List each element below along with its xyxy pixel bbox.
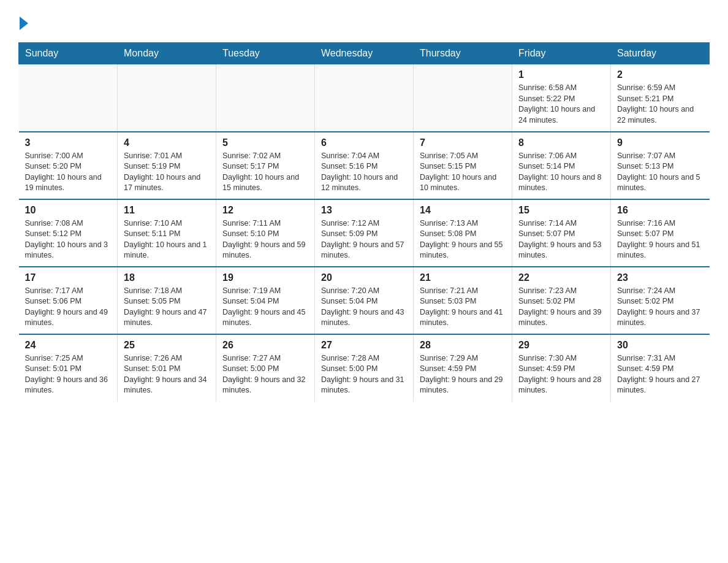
day-cell: 10Sunrise: 7:08 AM Sunset: 5:12 PM Dayli… — [19, 199, 118, 267]
column-header-saturday: Saturday — [611, 43, 710, 64]
day-info: Sunrise: 6:59 AM Sunset: 5:21 PM Dayligh… — [617, 83, 703, 126]
day-info: Sunrise: 7:25 AM Sunset: 5:01 PM Dayligh… — [25, 353, 112, 396]
day-number: 15 — [518, 205, 604, 216]
day-info: Sunrise: 7:01 AM Sunset: 5:19 PM Dayligh… — [124, 151, 210, 194]
day-number: 1 — [518, 69, 604, 80]
column-header-monday: Monday — [118, 43, 216, 64]
day-cell: 22Sunrise: 7:23 AM Sunset: 5:02 PM Dayli… — [512, 267, 611, 334]
day-cell: 16Sunrise: 7:16 AM Sunset: 5:07 PM Dayli… — [611, 199, 710, 267]
day-number: 22 — [518, 272, 604, 283]
day-info: Sunrise: 7:31 AM Sunset: 4:59 PM Dayligh… — [617, 353, 703, 396]
day-cell: 27Sunrise: 7:28 AM Sunset: 5:00 PM Dayli… — [315, 334, 414, 402]
day-info: Sunrise: 7:04 AM Sunset: 5:16 PM Dayligh… — [321, 151, 407, 194]
day-info: Sunrise: 7:21 AM Sunset: 5:03 PM Dayligh… — [420, 286, 506, 329]
day-number: 21 — [420, 272, 506, 283]
day-number: 5 — [222, 137, 308, 148]
day-cell: 1Sunrise: 6:58 AM Sunset: 5:22 PM Daylig… — [512, 64, 611, 132]
day-info: Sunrise: 7:11 AM Sunset: 5:10 PM Dayligh… — [222, 218, 308, 261]
column-header-wednesday: Wednesday — [315, 43, 414, 64]
day-info: Sunrise: 7:06 AM Sunset: 5:14 PM Dayligh… — [518, 151, 604, 194]
day-number: 17 — [25, 272, 112, 283]
day-number: 10 — [25, 205, 112, 216]
day-cell: 26Sunrise: 7:27 AM Sunset: 5:00 PM Dayli… — [216, 334, 315, 402]
day-number: 23 — [617, 272, 703, 283]
day-info: Sunrise: 7:26 AM Sunset: 5:01 PM Dayligh… — [124, 353, 210, 396]
week-row-4: 17Sunrise: 7:17 AM Sunset: 5:06 PM Dayli… — [19, 267, 710, 334]
day-cell: 3Sunrise: 7:00 AM Sunset: 5:20 PM Daylig… — [19, 132, 118, 199]
day-info: Sunrise: 7:27 AM Sunset: 5:00 PM Dayligh… — [222, 353, 308, 396]
day-number: 27 — [321, 340, 407, 351]
day-number: 11 — [124, 205, 210, 216]
day-info: Sunrise: 7:23 AM Sunset: 5:02 PM Dayligh… — [518, 286, 604, 329]
calendar-header-row: SundayMondayTuesdayWednesdayThursdayFrid… — [19, 43, 710, 64]
day-cell: 5Sunrise: 7:02 AM Sunset: 5:17 PM Daylig… — [216, 132, 315, 199]
day-number: 6 — [321, 137, 407, 148]
day-number: 13 — [321, 205, 407, 216]
week-row-2: 3Sunrise: 7:00 AM Sunset: 5:20 PM Daylig… — [19, 132, 710, 199]
day-info: Sunrise: 7:20 AM Sunset: 5:04 PM Dayligh… — [321, 286, 407, 329]
day-cell: 24Sunrise: 7:25 AM Sunset: 5:01 PM Dayli… — [19, 334, 118, 402]
day-cell: 17Sunrise: 7:17 AM Sunset: 5:06 PM Dayli… — [19, 267, 118, 334]
day-cell: 6Sunrise: 7:04 AM Sunset: 5:16 PM Daylig… — [315, 132, 414, 199]
column-header-tuesday: Tuesday — [216, 43, 315, 64]
day-cell: 12Sunrise: 7:11 AM Sunset: 5:10 PM Dayli… — [216, 199, 315, 267]
day-number: 24 — [25, 340, 112, 351]
day-cell — [19, 64, 118, 132]
day-cell: 15Sunrise: 7:14 AM Sunset: 5:07 PM Dayli… — [512, 199, 611, 267]
day-cell: 4Sunrise: 7:01 AM Sunset: 5:19 PM Daylig… — [118, 132, 216, 199]
day-cell: 14Sunrise: 7:13 AM Sunset: 5:08 PM Dayli… — [414, 199, 512, 267]
day-number: 16 — [617, 205, 703, 216]
day-info: Sunrise: 7:18 AM Sunset: 5:05 PM Dayligh… — [124, 286, 210, 329]
day-number: 18 — [124, 272, 210, 283]
day-cell: 29Sunrise: 7:30 AM Sunset: 4:59 PM Dayli… — [512, 334, 611, 402]
day-number: 25 — [124, 340, 210, 351]
day-cell: 11Sunrise: 7:10 AM Sunset: 5:11 PM Dayli… — [118, 199, 216, 267]
day-number: 9 — [617, 137, 703, 148]
day-cell: 20Sunrise: 7:20 AM Sunset: 5:04 PM Dayli… — [315, 267, 414, 334]
day-number: 2 — [617, 69, 703, 80]
day-number: 26 — [222, 340, 308, 351]
day-info: Sunrise: 7:30 AM Sunset: 4:59 PM Dayligh… — [518, 353, 604, 396]
day-info: Sunrise: 7:19 AM Sunset: 5:04 PM Dayligh… — [222, 286, 308, 329]
week-row-3: 10Sunrise: 7:08 AM Sunset: 5:12 PM Dayli… — [19, 199, 710, 267]
day-cell: 25Sunrise: 7:26 AM Sunset: 5:01 PM Dayli… — [118, 334, 216, 402]
day-number: 7 — [420, 137, 506, 148]
day-info: Sunrise: 7:24 AM Sunset: 5:02 PM Dayligh… — [617, 286, 703, 329]
week-row-1: 1Sunrise: 6:58 AM Sunset: 5:22 PM Daylig… — [19, 64, 710, 132]
day-info: Sunrise: 7:12 AM Sunset: 5:09 PM Dayligh… — [321, 218, 407, 261]
day-number: 20 — [321, 272, 407, 283]
day-cell: 23Sunrise: 7:24 AM Sunset: 5:02 PM Dayli… — [611, 267, 710, 334]
day-number: 29 — [518, 340, 604, 351]
day-cell: 18Sunrise: 7:18 AM Sunset: 5:05 PM Dayli… — [118, 267, 216, 334]
day-cell: 2Sunrise: 6:59 AM Sunset: 5:21 PM Daylig… — [611, 64, 710, 132]
column-header-sunday: Sunday — [19, 43, 118, 64]
day-cell: 7Sunrise: 7:05 AM Sunset: 5:15 PM Daylig… — [414, 132, 512, 199]
calendar-table: SundayMondayTuesdayWednesdayThursdayFrid… — [18, 42, 710, 402]
day-cell: 21Sunrise: 7:21 AM Sunset: 5:03 PM Dayli… — [414, 267, 512, 334]
day-info: Sunrise: 7:02 AM Sunset: 5:17 PM Dayligh… — [222, 151, 308, 194]
day-info: Sunrise: 7:00 AM Sunset: 5:20 PM Dayligh… — [25, 151, 112, 194]
day-cell: 9Sunrise: 7:07 AM Sunset: 5:13 PM Daylig… — [611, 132, 710, 199]
day-number: 19 — [222, 272, 308, 283]
day-number: 30 — [617, 340, 703, 351]
day-cell — [414, 64, 512, 132]
week-row-5: 24Sunrise: 7:25 AM Sunset: 5:01 PM Dayli… — [19, 334, 710, 402]
day-cell: 19Sunrise: 7:19 AM Sunset: 5:04 PM Dayli… — [216, 267, 315, 334]
day-cell — [216, 64, 315, 132]
day-number: 14 — [420, 205, 506, 216]
day-cell: 8Sunrise: 7:06 AM Sunset: 5:14 PM Daylig… — [512, 132, 611, 199]
day-info: Sunrise: 7:14 AM Sunset: 5:07 PM Dayligh… — [518, 218, 604, 261]
day-number: 12 — [222, 205, 308, 216]
day-cell: 13Sunrise: 7:12 AM Sunset: 5:09 PM Dayli… — [315, 199, 414, 267]
day-cell: 28Sunrise: 7:29 AM Sunset: 4:59 PM Dayli… — [414, 334, 512, 402]
day-info: Sunrise: 6:58 AM Sunset: 5:22 PM Dayligh… — [518, 83, 604, 126]
day-info: Sunrise: 7:16 AM Sunset: 5:07 PM Dayligh… — [617, 218, 703, 261]
day-info: Sunrise: 7:28 AM Sunset: 5:00 PM Dayligh… — [321, 353, 407, 396]
day-info: Sunrise: 7:17 AM Sunset: 5:06 PM Dayligh… — [25, 286, 112, 329]
day-number: 8 — [518, 137, 604, 148]
logo — [18, 15, 28, 30]
day-number: 28 — [420, 340, 506, 351]
day-number: 3 — [25, 137, 112, 148]
column-header-thursday: Thursday — [414, 43, 512, 64]
page-header — [18, 12, 710, 30]
